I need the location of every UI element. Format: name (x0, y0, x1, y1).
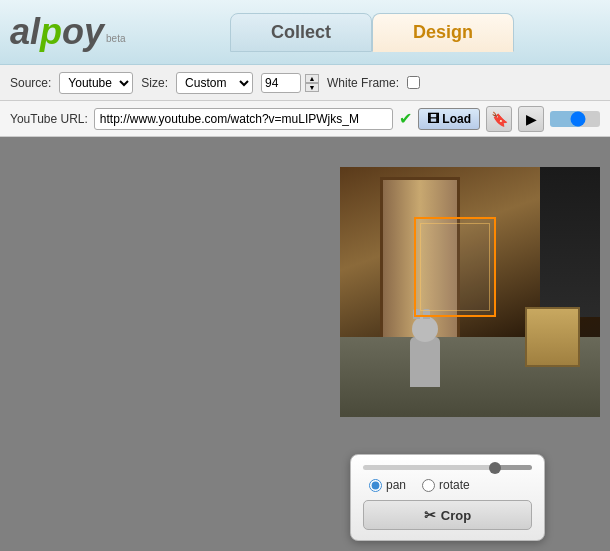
youtube-url-label: YouTube URL: (10, 112, 88, 126)
radio-rotate-label: rotate (439, 478, 470, 492)
radio-row: pan rotate (363, 478, 532, 492)
video-cat (405, 317, 445, 387)
url-input[interactable] (94, 108, 393, 130)
source-select[interactable]: Youtube Upload URL (59, 72, 133, 94)
bookmark-icon: 🔖 (491, 111, 508, 127)
pan-slider[interactable] (363, 465, 532, 470)
source-label: Source: (10, 76, 51, 90)
logo-text: alpoy (10, 14, 104, 50)
urlbar: YouTube URL: ✔ 🎞 Load 🔖 ▶ (0, 101, 610, 137)
panel-slider-row (363, 465, 532, 470)
crop-selection-box[interactable] (414, 217, 496, 317)
tab-collect[interactable]: Collect (230, 13, 372, 52)
white-frame-label: White Frame: (327, 76, 399, 90)
video-frame (340, 167, 600, 417)
size-down-button[interactable]: ▼ (305, 83, 319, 92)
play-button[interactable]: ▶ (518, 106, 544, 132)
load-button[interactable]: 🎞 Load (418, 108, 480, 130)
size-label: Size: (141, 76, 168, 90)
size-spinner: ▲ ▼ (305, 74, 319, 92)
crop-label: Crop (441, 508, 471, 523)
size-number-input[interactable] (261, 73, 301, 93)
video-person (540, 167, 600, 317)
radio-rotate-option[interactable]: rotate (422, 478, 470, 492)
nav-tabs: Collect Design (230, 13, 514, 52)
radio-pan-input[interactable] (369, 479, 382, 492)
control-panel: pan rotate ✂ Crop (350, 454, 545, 541)
url-valid-icon: ✔ (399, 109, 412, 128)
main-area: pan rotate ✂ Crop (0, 137, 610, 551)
tab-collect-label: Collect (271, 22, 331, 43)
load-label: Load (442, 112, 471, 126)
video-box (525, 307, 580, 367)
size-up-button[interactable]: ▲ (305, 74, 319, 83)
white-frame-checkbox[interactable] (407, 76, 420, 89)
logo-beta: beta (106, 33, 125, 44)
radio-pan-option[interactable]: pan (369, 478, 406, 492)
radio-pan-label: pan (386, 478, 406, 492)
bookmark-button[interactable]: 🔖 (486, 106, 512, 132)
tab-design[interactable]: Design (372, 13, 514, 52)
toolbar: Source: Youtube Upload URL Size: Custom … (0, 65, 610, 101)
video-content (340, 167, 600, 417)
crop-box-inner (420, 223, 490, 311)
size-select[interactable]: Custom 480x360 640x480 (176, 72, 253, 94)
volume-slider[interactable] (550, 111, 600, 127)
play-icon: ▶ (526, 111, 537, 127)
header: alpoy beta Collect Design (0, 0, 610, 65)
logo: alpoy beta (10, 14, 150, 50)
film-icon: 🎞 (427, 112, 439, 126)
radio-rotate-input[interactable] (422, 479, 435, 492)
crop-button[interactable]: ✂ Crop (363, 500, 532, 530)
tab-design-label: Design (413, 22, 473, 43)
scissors-icon: ✂ (424, 507, 436, 523)
